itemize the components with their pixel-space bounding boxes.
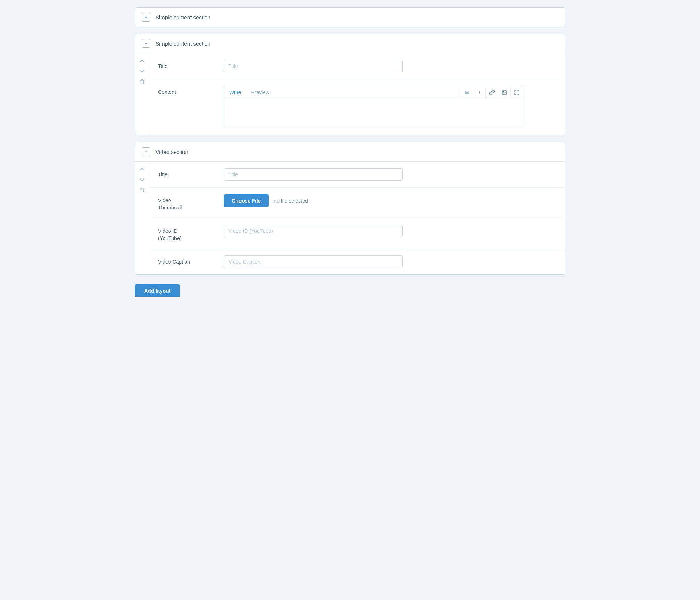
- link-btn[interactable]: [485, 86, 498, 99]
- collapsed-section-card: + Simple content section: [135, 7, 565, 27]
- video-thumbnail-row: VideoThumbnail Choose File no file selec…: [149, 188, 565, 218]
- simple-content-side-controls: [135, 53, 149, 89]
- chevron-down-icon: [139, 69, 145, 74]
- fullscreen-icon: [514, 89, 520, 95]
- video-section-move-down-btn[interactable]: [138, 176, 146, 184]
- fullscreen-btn[interactable]: [510, 86, 523, 99]
- editor-content-area[interactable]: [224, 99, 523, 128]
- video-caption-label: Video Caption: [158, 255, 224, 266]
- video-section-delete-btn[interactable]: [138, 186, 146, 194]
- simple-content-section-card: − Simple content section: [135, 34, 565, 135]
- video-section-fields: Title VideoThumbnail Choose File no file…: [149, 162, 565, 274]
- video-section-title: Video section: [155, 149, 188, 155]
- bold-btn[interactable]: B: [461, 86, 473, 99]
- video-caption-input[interactable]: [224, 255, 403, 268]
- add-layout-btn[interactable]: Add layout: [135, 284, 180, 297]
- simple-content-move-down-btn[interactable]: [138, 67, 146, 75]
- video-title-input[interactable]: [224, 168, 403, 181]
- simple-content-section-title: Simple content section: [155, 41, 211, 47]
- video-id-field-content: [224, 225, 556, 237]
- simple-content-content-row: Content Write Preview B I: [149, 79, 565, 135]
- collapsed-section-title: Simple content section: [155, 14, 211, 20]
- page-container: + Simple content section − Simple conten…: [135, 7, 565, 297]
- video-trash-icon: [139, 187, 145, 193]
- svg-rect-2: [502, 91, 507, 94]
- image-icon: [501, 89, 507, 95]
- simple-content-toggle-btn[interactable]: −: [142, 39, 150, 48]
- editor-preview-tab[interactable]: Preview: [246, 86, 274, 98]
- minus-icon: −: [145, 41, 147, 46]
- file-upload-area: Choose File no file selected: [224, 194, 556, 207]
- collapsed-section-toggle[interactable]: +: [142, 13, 150, 22]
- simple-content-title-row: Title: [149, 53, 565, 79]
- simple-content-delete-btn[interactable]: [138, 77, 146, 85]
- rich-editor: Write Preview B I: [224, 86, 523, 128]
- link-icon: [489, 89, 495, 95]
- simple-content-move-up-btn[interactable]: [138, 57, 146, 65]
- image-btn[interactable]: [498, 86, 510, 99]
- collapsed-section-header: + Simple content section: [135, 8, 565, 27]
- trash-icon: [139, 79, 145, 84]
- choose-file-btn[interactable]: Choose File: [224, 194, 269, 207]
- video-id-label: Video ID(YouTube): [158, 225, 224, 242]
- plus-icon: +: [145, 14, 147, 20]
- video-thumbnail-label: VideoThumbnail: [158, 194, 224, 211]
- video-caption-row: Video Caption: [149, 249, 565, 274]
- video-title-label: Title: [158, 168, 224, 178]
- chevron-up-icon: [139, 58, 145, 64]
- simple-content-body-wrapper: Title Content Write Preview: [135, 53, 565, 135]
- editor-toolbar: Write Preview B I: [224, 86, 523, 99]
- video-caption-field-content: [224, 255, 556, 268]
- video-chevron-down-icon: [139, 177, 145, 182]
- video-section-body-wrapper: Title VideoThumbnail Choose File no file…: [135, 162, 565, 274]
- simple-content-section-header: − Simple content section: [135, 34, 565, 53]
- video-section-header: − Video section: [135, 142, 565, 162]
- italic-icon: I: [479, 89, 480, 95]
- svg-rect-5: [141, 188, 143, 188]
- simple-content-title-field-content: [224, 60, 556, 72]
- add-layout-container: Add layout: [135, 281, 565, 297]
- video-id-input[interactable]: [224, 225, 403, 237]
- video-section-toggle-btn[interactable]: −: [142, 147, 150, 156]
- video-section-card: − Video section: [135, 142, 565, 275]
- bold-icon: B: [465, 89, 469, 95]
- no-file-text: no file selected: [274, 198, 308, 204]
- simple-content-editor-wrapper: Write Preview B I: [224, 86, 556, 128]
- simple-content-title-input[interactable]: [224, 60, 403, 72]
- simple-content-title-label: Title: [158, 60, 224, 70]
- editor-write-tab[interactable]: Write: [224, 86, 246, 98]
- simple-content-content-label: Content: [158, 86, 224, 96]
- video-title-row: Title: [149, 162, 565, 188]
- video-chevron-up-icon: [139, 167, 145, 172]
- video-minus-icon: −: [145, 149, 147, 155]
- italic-btn[interactable]: I: [473, 86, 485, 99]
- video-id-row: Video ID(YouTube): [149, 218, 565, 249]
- video-section-move-up-btn[interactable]: [138, 165, 146, 173]
- svg-rect-1: [141, 79, 143, 80]
- video-section-side-controls: [135, 162, 149, 197]
- video-title-field-content: [224, 168, 556, 181]
- simple-content-fields: Title Content Write Preview: [149, 53, 565, 135]
- video-thumbnail-field-content: Choose File no file selected: [224, 194, 556, 207]
